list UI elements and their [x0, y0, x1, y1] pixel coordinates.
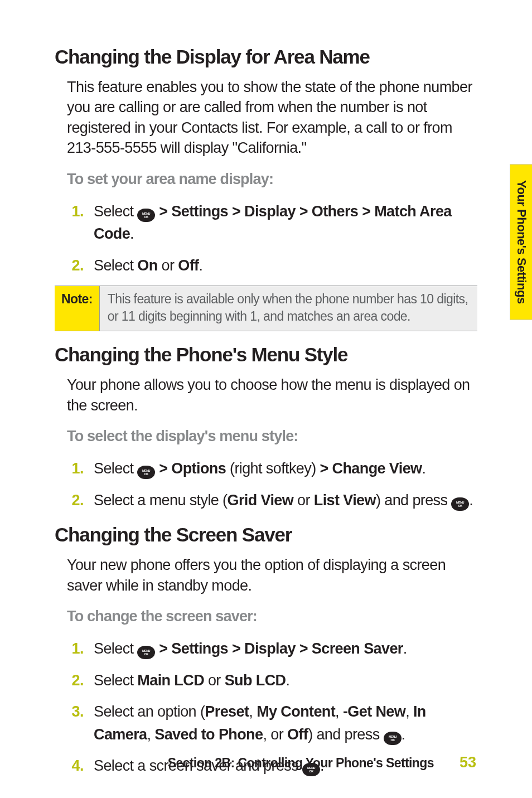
step-number: 2. — [67, 254, 84, 277]
page-footer: Section 2B: Controlling Your Phone's Set… — [0, 754, 532, 771]
menu-ok-icon: MENUOK — [137, 646, 155, 659]
list-item: 2. Select On or Off. — [67, 254, 477, 277]
footer-page-number: 53 — [460, 754, 476, 771]
menu-ok-icon: MENUOK — [137, 209, 155, 222]
lead-screen-saver: To change the screen saver: — [67, 608, 477, 625]
step-text: Select a menu style (Grid View or List V… — [94, 489, 477, 512]
menu-ok-icon: MENUOK — [451, 497, 469, 511]
svg-text:OK: OK — [144, 652, 149, 656]
step-text: Select MENUOK > Settings > Display > Scr… — [94, 637, 477, 660]
step-number: 2. — [67, 669, 84, 692]
side-tab: Your Phone's Settings — [510, 164, 532, 320]
intro-menu-style: Your phone allows you to choose how the … — [67, 375, 477, 415]
step-text: Select Main LCD or Sub LCD. — [94, 669, 477, 692]
list-item: 1. Select MENUOK > Settings > Display > … — [67, 200, 477, 245]
heading-area-name: Changing the Display for Area Name — [55, 46, 477, 68]
svg-text:OK: OK — [144, 215, 149, 219]
svg-text:OK: OK — [390, 738, 395, 742]
svg-text:OK: OK — [458, 504, 463, 507]
step-number: 2. — [67, 489, 84, 512]
heading-screen-saver: Changing the Screen Saver — [55, 524, 477, 546]
list-item: 1. Select MENUOK > Options (right softke… — [67, 457, 477, 480]
side-tab-label: Your Phone's Settings — [514, 180, 529, 304]
step-number: 1. — [67, 457, 84, 480]
list-item: 2. Select Main LCD or Sub LCD. — [67, 669, 477, 692]
step-number: 1. — [67, 200, 84, 223]
lead-area-name: To set your area name display: — [67, 171, 477, 188]
step-number: 1. — [67, 637, 84, 660]
note-box: Note: This feature is available only whe… — [55, 286, 477, 331]
intro-screen-saver: Your new phone offers you the option of … — [67, 555, 477, 596]
step-number: 3. — [67, 700, 84, 723]
list-item: 3. Select an option (Preset, My Content,… — [67, 700, 477, 746]
intro-area-name: This feature enables you to show the sta… — [67, 77, 477, 158]
list-item: 1. Select MENUOK > Settings > Display > … — [67, 637, 477, 660]
menu-ok-icon: MENUOK — [137, 466, 155, 479]
steps-area-name: 1. Select MENUOK > Settings > Display > … — [67, 200, 477, 277]
heading-menu-style: Changing the Phone's Menu Style — [55, 344, 477, 366]
svg-text:OK: OK — [144, 472, 149, 476]
list-item: 2. Select a menu style (Grid View or Lis… — [67, 489, 477, 512]
note-label: Note: — [55, 286, 100, 331]
footer-section-title: Section 2B: Controlling Your Phone's Set… — [168, 756, 434, 771]
step-text: Select MENUOK > Options (right softkey) … — [94, 457, 477, 480]
step-text: Select On or Off. — [94, 254, 477, 277]
menu-ok-icon: MENUOK — [384, 732, 402, 745]
steps-menu-style: 1. Select MENUOK > Options (right softke… — [67, 457, 477, 511]
step-text: Select an option (Preset, My Content, -G… — [94, 700, 477, 746]
lead-menu-style: To select the display's menu style: — [67, 428, 477, 445]
page: Your Phone's Settings Changing the Displ… — [0, 0, 532, 798]
step-text: Select MENUOK > Settings > Display > Oth… — [94, 200, 477, 245]
note-body: This feature is available only when the … — [100, 286, 477, 331]
